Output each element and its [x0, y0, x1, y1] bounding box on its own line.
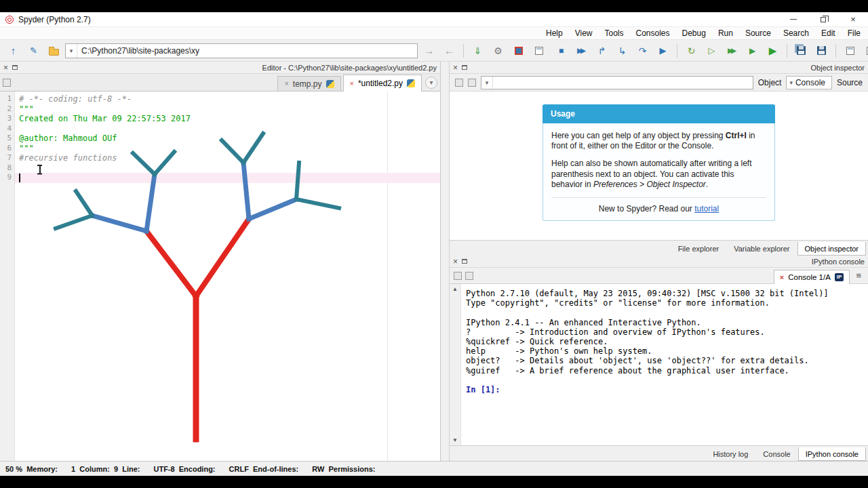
close-pane-icon[interactable]: × — [3, 64, 8, 72]
run-icon[interactable]: ▶ — [764, 42, 782, 60]
editor-tab-untitled2-py[interactable]: ×*untitled2.py — [343, 75, 422, 92]
edit-directory-icon[interactable]: ✎ — [24, 42, 43, 60]
menu-consoles[interactable]: Consoles — [629, 28, 675, 38]
dropdown-icon: ▾ — [789, 79, 793, 86]
continue-debug-icon[interactable]: ▶▶ — [572, 42, 591, 60]
source-select[interactable]: ▾ Console — [786, 76, 832, 89]
python-path-manager-icon[interactable] — [509, 42, 528, 60]
console-line — [466, 375, 865, 385]
vertical-splitter[interactable] — [441, 62, 449, 461]
float-pane-icon[interactable] — [12, 65, 18, 70]
editor-tab-temp-py[interactable]: ×temp.py — [277, 76, 340, 91]
menu-view[interactable]: View — [569, 28, 599, 38]
stop-debug-icon[interactable]: ■ — [552, 42, 570, 60]
menu-debug[interactable]: Debug — [676, 28, 712, 38]
code-line: Created on Thu Mar 09 22:57:53 2017 — [15, 114, 440, 124]
tab-ipython-console[interactable]: IPython console — [798, 447, 866, 461]
save-all-icon[interactable] — [792, 42, 810, 60]
step-into-icon[interactable]: ↳ — [613, 42, 631, 60]
toolbar-separator — [463, 44, 464, 58]
back-icon[interactable]: ← — [440, 42, 458, 60]
console-tab[interactable]: × Console 1/A IP — [774, 270, 850, 284]
new-console-icon[interactable] — [454, 272, 462, 280]
menu-edit[interactable]: Edit — [815, 28, 842, 38]
icon-glyph: ↳ — [618, 46, 627, 56]
console-text-area[interactable]: Python 2.7.10 (default, May 23 2015, 09:… — [461, 284, 868, 445]
console-environment-icon[interactable] — [465, 272, 473, 280]
tab-variable-explorer[interactable]: Variable explorer — [726, 242, 797, 256]
icon-glyph: ← — [444, 45, 454, 56]
dropdown-icon[interactable]: ▾ — [66, 44, 77, 58]
tools-icon[interactable]: ⚙ — [489, 42, 507, 60]
new-window-icon[interactable] — [530, 42, 548, 60]
restore-icon — [821, 17, 826, 22]
step-over-icon[interactable]: ↷ — [633, 42, 652, 60]
toolbar-separator — [787, 44, 787, 58]
code-line: @author: Mahmoud OUf — [15, 134, 440, 144]
debug-icon[interactable]: ▶ — [654, 42, 672, 60]
folder-icon — [49, 49, 59, 56]
close-button[interactable]: × — [838, 12, 868, 26]
icon-glyph: ▶ — [749, 47, 755, 55]
code-line: # -*- coding: utf-8 -*- — [15, 94, 440, 104]
tab-history-log[interactable]: History log — [705, 447, 755, 461]
rich-text-icon[interactable] — [468, 79, 476, 87]
console-options-menu-icon[interactable]: ≡ — [853, 270, 864, 281]
restore-button[interactable] — [808, 12, 838, 26]
rerun-icon[interactable]: ↻ — [682, 42, 701, 60]
menu-tools[interactable]: Tools — [598, 28, 629, 38]
working-directory-combo[interactable]: ▾C:\Python27\lib\site-packages\xy — [65, 43, 418, 58]
editor-tabs: ×temp.py×*untitled2.py — [275, 75, 422, 91]
close-tab-icon[interactable]: × — [284, 80, 288, 87]
scroll-down-icon[interactable]: ▼ — [452, 437, 458, 443]
maximize-pane-icon[interactable] — [841, 42, 859, 60]
dropdown-icon[interactable]: ▾ — [481, 77, 493, 89]
menu-source[interactable]: Source — [739, 28, 777, 38]
minimize-button[interactable] — [778, 12, 808, 26]
close-console-icon[interactable]: × — [780, 273, 784, 281]
tab-console[interactable]: Console — [755, 447, 797, 461]
float-pane-icon[interactable] — [462, 259, 467, 264]
inspector-pane-title: Object inspector — [811, 64, 865, 72]
close-pane-icon[interactable]: × — [453, 64, 458, 72]
python-file-icon — [407, 79, 415, 87]
browse-tabs-button[interactable]: ▾ — [425, 77, 437, 89]
usage-card-header: Usage — [542, 104, 775, 123]
window-title: Spyder (Python 2.7) — [18, 15, 91, 24]
go-up-icon[interactable]: ↑ — [4, 42, 22, 60]
lock-icon[interactable] — [455, 79, 463, 87]
editor-body[interactable]: 123456789 # -*- coding: utf-8 -*-"""Crea… — [0, 92, 440, 461]
tutorial-link[interactable]: tutorial — [694, 204, 719, 214]
split-editor-icon[interactable] — [3, 79, 11, 87]
step-return-icon[interactable]: ↱ — [593, 42, 611, 60]
forward-icon[interactable]: → — [420, 42, 438, 60]
console-scrollbar[interactable]: ▲ ▼ — [450, 284, 461, 445]
menu-help[interactable]: Help — [540, 28, 569, 38]
run-selection-icon[interactable]: ▷ — [703, 42, 721, 60]
run-cell-icon[interactable]: ▶ — [743, 42, 762, 60]
save-icon[interactable] — [812, 42, 831, 60]
code-area[interactable]: # -*- coding: utf-8 -*-"""Created on Thu… — [15, 92, 440, 461]
scroll-up-icon[interactable]: ▲ — [452, 286, 458, 292]
float-pane-icon[interactable] — [462, 65, 467, 70]
browse-directory-icon[interactable] — [45, 42, 63, 60]
tab-label: *untitled2.py — [358, 79, 403, 88]
scroll-to-console-icon[interactable]: ⇓ — [469, 42, 487, 60]
run-cell-advance-icon[interactable]: ▶▶ — [723, 42, 741, 60]
close-tab-icon[interactable]: × — [350, 80, 354, 87]
menu-run[interactable]: Run — [712, 28, 739, 38]
console-line: Type "copyright", "credits" or "license"… — [466, 298, 865, 308]
toolbar: ↑✎▾C:\Python27\lib\site-packages\xy→←⇓⚙■… — [0, 40, 868, 62]
letterbox-top — [0, 0, 868, 12]
menu-file[interactable]: File — [842, 28, 867, 38]
close-pane-icon[interactable]: × — [453, 258, 458, 266]
layout-icon[interactable] — [861, 42, 868, 60]
tab-object-inspector[interactable]: Object inspector — [797, 242, 866, 256]
line-number: 2 — [0, 104, 12, 115]
menu-search[interactable]: Search — [777, 28, 815, 38]
line-number: 1 — [0, 94, 12, 104]
tab-file-explorer[interactable]: File explorer — [671, 242, 727, 256]
object-combobox[interactable]: ▾ — [481, 76, 753, 89]
close-icon: × — [850, 14, 856, 24]
code-line — [15, 163, 440, 174]
